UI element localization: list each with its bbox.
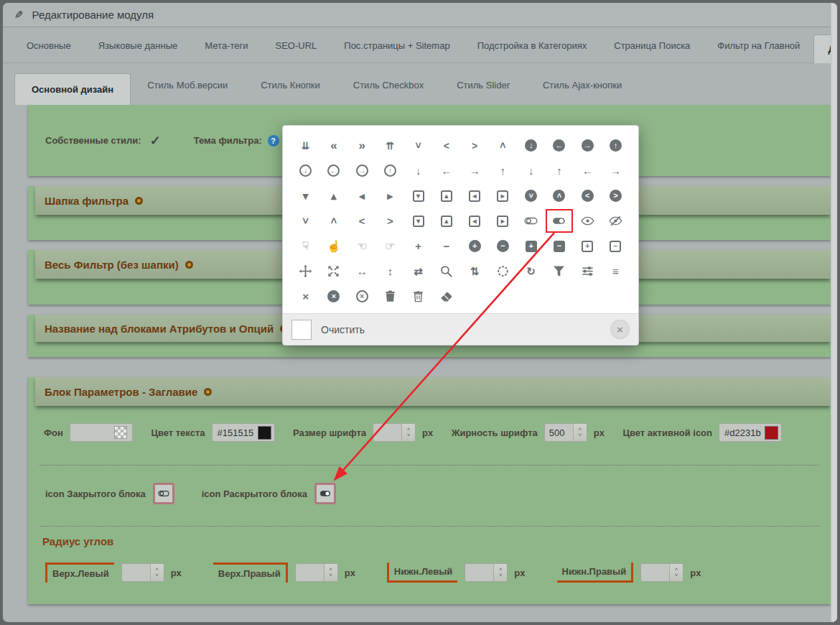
caret-square-down-icon[interactable]: ▾ <box>404 183 432 208</box>
trash-o-icon[interactable] <box>404 284 432 309</box>
caret-square-left-icon[interactable]: ◂ <box>461 183 489 208</box>
main-tab[interactable]: Фильтр на Главной <box>704 29 813 62</box>
eye-icon[interactable] <box>574 208 602 233</box>
sub-tab[interactable]: Основной дизайн <box>14 73 131 105</box>
spinner-buttons-icon[interactable] <box>573 424 587 441</box>
angle-up-icon[interactable]: ˄ <box>489 133 517 158</box>
chevron-circle-right-icon[interactable]: ˃ <box>602 183 630 208</box>
sub-tab[interactable]: Стиль Кнопки <box>244 66 337 105</box>
bars-icon[interactable]: ≡ <box>602 259 630 284</box>
main-tab[interactable]: Страница Поиска <box>600 29 704 62</box>
chevron-circle-up-icon[interactable]: ˄ <box>545 183 573 208</box>
arrow-left-icon[interactable]: ← <box>432 158 460 183</box>
long-arrow-up-icon[interactable]: ↑ <box>545 158 573 183</box>
hand-right-icon[interactable]: ☞ <box>376 233 404 259</box>
arrow-circle-o-right-icon[interactable]: → <box>348 158 376 183</box>
scrollbar[interactable] <box>831 3 837 622</box>
caret-up-icon[interactable]: ▴ <box>319 183 347 208</box>
plus-circle-icon[interactable]: + <box>461 233 489 259</box>
plus-square-icon[interactable]: + <box>517 233 545 259</box>
chevron-circle-down-icon[interactable]: ˅ <box>517 183 545 208</box>
minus-square-o-icon[interactable]: − <box>602 233 630 259</box>
sliders-icon[interactable] <box>574 259 602 284</box>
hand-left-icon[interactable]: ☜ <box>348 233 376 259</box>
caret-square-o-left-icon[interactable]: ◂ <box>461 208 489 233</box>
caret-square-up-icon[interactable]: ▴ <box>432 183 460 208</box>
search-icon[interactable] <box>432 259 460 284</box>
chevron-right-icon[interactable]: ˃ <box>376 208 404 233</box>
main-tab[interactable]: Основные <box>13 29 85 62</box>
angle-double-up-icon[interactable]: ⇈ <box>376 133 404 158</box>
number-input[interactable] <box>295 563 338 582</box>
eraser-icon[interactable] <box>432 284 460 309</box>
spinner-buttons-icon[interactable] <box>669 564 683 581</box>
spinner-buttons-icon[interactable] <box>401 424 415 441</box>
minus-circle-icon[interactable]: − <box>489 233 517 259</box>
long-arrow-down-icon[interactable]: ↓ <box>517 158 545 183</box>
arrow-circle-right-icon[interactable]: → <box>574 133 602 158</box>
caret-square-o-down-icon[interactable]: ▾ <box>404 208 432 233</box>
arrows-h-icon[interactable]: ↔ <box>348 259 376 284</box>
checkbox-checked-icon[interactable]: ✓ <box>150 133 161 149</box>
arrow-circle-down-icon[interactable]: ↓ <box>517 133 545 158</box>
times-circle-icon[interactable]: × <box>319 284 347 309</box>
sub-tab[interactable]: Стиль Checkbox <box>337 66 440 105</box>
angle-double-left-icon[interactable]: « <box>319 133 347 158</box>
arrow-circle-left-icon[interactable]: ← <box>545 133 573 158</box>
angle-right-icon[interactable]: ˃ <box>461 133 489 158</box>
spinner-buttons-icon[interactable] <box>493 564 507 581</box>
arrows-v-icon[interactable]: ↕ <box>376 259 404 284</box>
caret-square-o-right-icon[interactable]: ▸ <box>489 208 517 233</box>
arrow-circle-up-icon[interactable]: ↑ <box>602 133 630 158</box>
hand-up-icon[interactable]: ☝ <box>319 233 347 259</box>
toggle-off-icon[interactable] <box>517 208 545 233</box>
arrow-down-icon[interactable]: ↓ <box>404 158 432 183</box>
params-section-header[interactable]: Блок Параметров - Заглавие <box>35 377 831 406</box>
hand-down-icon[interactable]: ☟ <box>291 233 319 259</box>
arrow-right-icon[interactable]: → <box>461 158 489 183</box>
arrows-expand-icon[interactable] <box>319 259 347 284</box>
sub-tab[interactable]: Стиль Моб.версии <box>131 66 244 105</box>
filter-icon[interactable] <box>545 259 573 284</box>
sort-icon[interactable]: ⇅ <box>461 259 489 284</box>
chevron-circle-left-icon[interactable]: ˂ <box>574 183 602 208</box>
eye-slash-icon[interactable] <box>602 208 630 233</box>
angle-down-icon[interactable]: ˅ <box>404 133 432 158</box>
caret-left-icon[interactable]: ◂ <box>348 183 376 208</box>
main-tab[interactable]: Подстройка в Категориях <box>464 29 601 62</box>
background-input[interactable] <box>70 423 133 442</box>
help-icon[interactable]: ? <box>268 135 279 147</box>
main-tab[interactable]: SEO-URL <box>261 29 330 62</box>
chevron-up-icon[interactable]: ˄ <box>319 208 347 233</box>
long-arrow-left-icon[interactable]: ← <box>574 158 602 183</box>
caret-down-icon[interactable]: ▾ <box>291 183 319 208</box>
number-input[interactable] <box>373 423 416 442</box>
spinner-buttons-icon[interactable] <box>150 564 164 581</box>
color-input[interactable]: #151515 <box>212 423 275 442</box>
spinner-icon[interactable] <box>489 259 517 284</box>
number-input[interactable] <box>465 563 508 582</box>
number-input[interactable] <box>640 563 683 582</box>
no-icon-option[interactable] <box>291 320 312 340</box>
main-tab[interactable]: Мета-теги <box>191 29 261 62</box>
arrow-up-icon[interactable]: ↑ <box>489 158 517 183</box>
caret-square-o-up-icon[interactable]: ▴ <box>432 208 460 233</box>
long-arrow-right-icon[interactable]: → <box>602 158 630 183</box>
close-icon[interactable]: × <box>610 320 630 339</box>
arrows-move-icon[interactable] <box>291 259 319 284</box>
plus-icon[interactable]: + <box>404 233 432 259</box>
chevron-left-icon[interactable]: ˂ <box>348 208 376 233</box>
exchange-icon[interactable]: ⇄ <box>404 259 432 284</box>
caret-square-right-icon[interactable]: ▸ <box>489 183 517 208</box>
times-icon[interactable]: × <box>291 284 319 309</box>
minus-square-icon[interactable]: − <box>545 233 573 259</box>
spinner-buttons-icon[interactable] <box>324 564 337 581</box>
trash-icon[interactable] <box>376 284 404 309</box>
toggle-off-picker-button[interactable] <box>153 483 174 504</box>
chevron-down-icon[interactable]: ˅ <box>291 208 319 233</box>
sub-tab[interactable]: Стиль Slider <box>440 66 526 105</box>
number-input[interactable]: 500 <box>544 423 587 442</box>
caret-right-icon[interactable]: ▸ <box>376 183 404 208</box>
arrow-circle-o-left-icon[interactable]: ← <box>319 158 347 183</box>
arrow-circle-o-up-icon[interactable]: ↑ <box>376 158 404 183</box>
